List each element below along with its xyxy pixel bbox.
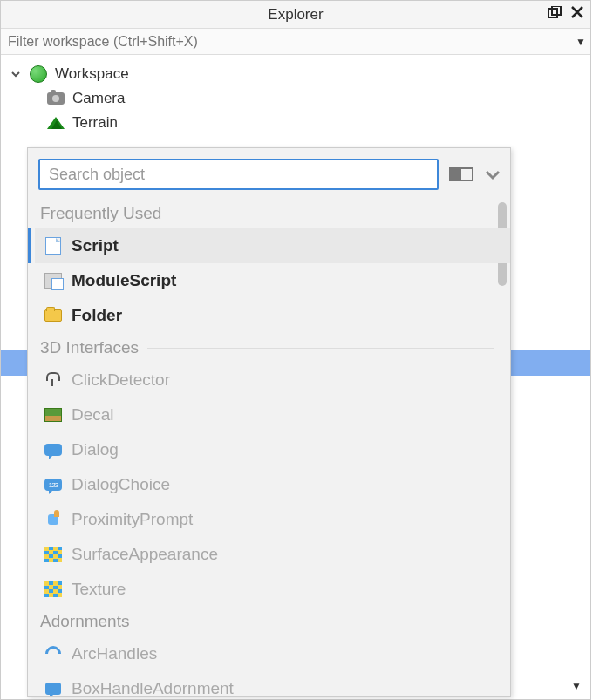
dialog-icon bbox=[44, 440, 63, 459]
item-surfaceappearance[interactable]: SurfaceAppearance bbox=[35, 537, 510, 572]
titlebar: Explorer bbox=[1, 1, 590, 29]
item-label: ArcHandles bbox=[72, 644, 157, 663]
divider bbox=[170, 214, 494, 214]
tree-label: Camera bbox=[72, 90, 125, 107]
section-frequently-used: Frequently Used bbox=[35, 199, 510, 228]
section-3d-interfaces: 3D Interfaces bbox=[35, 333, 510, 363]
insert-object-popup: Frequently Used Script ModuleScript Fold… bbox=[27, 147, 511, 697]
section-label: Adornments bbox=[40, 612, 129, 631]
item-folder[interactable]: Folder bbox=[35, 298, 510, 333]
item-label: Decal bbox=[72, 405, 114, 425]
boxhandleadornment-icon bbox=[44, 679, 63, 696]
divider bbox=[147, 348, 494, 349]
item-label: Script bbox=[72, 236, 119, 255]
item-label: DialogChoice bbox=[72, 475, 170, 494]
terrain-icon bbox=[46, 113, 65, 133]
tree-row-camera[interactable]: Camera bbox=[10, 86, 590, 111]
proximityprompt-icon bbox=[44, 510, 63, 529]
item-label: Texture bbox=[72, 580, 126, 599]
item-label: ProximityPrompt bbox=[72, 510, 193, 529]
view-mode-icon[interactable] bbox=[449, 167, 473, 181]
close-icon[interactable] bbox=[569, 4, 585, 20]
section-label: Frequently Used bbox=[40, 204, 161, 223]
chevron-down-icon[interactable] bbox=[10, 68, 22, 80]
clickdetector-icon bbox=[44, 370, 63, 390]
item-label: BoxHandleAdornment bbox=[72, 679, 234, 696]
workspace-icon bbox=[29, 65, 48, 84]
filter-input[interactable] bbox=[1, 34, 571, 50]
section-label: 3D Interfaces bbox=[40, 338, 139, 357]
explorer-panel: Explorer ▼ Workspace Camera Terrai bbox=[0, 0, 591, 700]
item-label: Dialog bbox=[72, 440, 119, 459]
item-label: Folder bbox=[72, 306, 122, 325]
tree-label: Workspace bbox=[55, 65, 129, 83]
bottom-dropdown-icon[interactable]: ▼ bbox=[571, 680, 582, 692]
script-icon bbox=[44, 236, 63, 255]
window-buttons bbox=[547, 4, 585, 20]
item-label: ModuleScript bbox=[72, 271, 176, 290]
section-adornments: Adornments bbox=[35, 607, 510, 636]
panel-title: Explorer bbox=[268, 6, 323, 24]
item-proximityprompt[interactable]: ProximityPrompt bbox=[35, 502, 510, 537]
texture-icon bbox=[44, 580, 63, 599]
item-decal[interactable]: Decal bbox=[35, 398, 510, 432]
tree-row-terrain[interactable]: Terrain bbox=[10, 111, 590, 135]
dialogchoice-icon: 123 bbox=[44, 475, 63, 494]
item-modulescript[interactable]: ModuleScript bbox=[35, 263, 510, 298]
search-input[interactable] bbox=[38, 159, 439, 190]
chevron-down-icon[interactable] bbox=[484, 168, 501, 180]
item-clickdetector[interactable]: ClickDetector bbox=[35, 363, 510, 398]
item-archandles[interactable]: ArcHandles bbox=[35, 636, 510, 671]
tree-label: Terrain bbox=[72, 114, 118, 132]
folder-icon bbox=[44, 306, 63, 325]
item-boxhandleadornment[interactable]: BoxHandleAdornment bbox=[35, 671, 510, 696]
item-label: SurfaceAppearance bbox=[72, 545, 218, 564]
popup-search-row bbox=[28, 148, 510, 199]
item-dialogchoice[interactable]: 123 DialogChoice bbox=[35, 467, 510, 502]
modulescript-icon bbox=[44, 271, 63, 290]
undock-icon[interactable] bbox=[547, 4, 562, 20]
tree-row-workspace[interactable]: Workspace bbox=[10, 62, 590, 86]
item-script[interactable]: Script bbox=[35, 228, 510, 263]
surfaceappearance-icon bbox=[44, 545, 63, 564]
item-label: ClickDetector bbox=[72, 370, 170, 390]
item-dialog[interactable]: Dialog bbox=[35, 432, 510, 467]
filter-dropdown-icon[interactable]: ▼ bbox=[571, 36, 590, 48]
item-texture[interactable]: Texture bbox=[35, 572, 510, 607]
archandles-icon bbox=[44, 644, 63, 663]
explorer-tree: Workspace Camera Terrain bbox=[1, 55, 590, 135]
filter-row: ▼ bbox=[1, 29, 590, 55]
divider bbox=[138, 622, 494, 622]
object-list: Frequently Used Script ModuleScript Fold… bbox=[28, 199, 510, 696]
decal-icon bbox=[44, 405, 63, 425]
camera-icon bbox=[46, 89, 65, 108]
